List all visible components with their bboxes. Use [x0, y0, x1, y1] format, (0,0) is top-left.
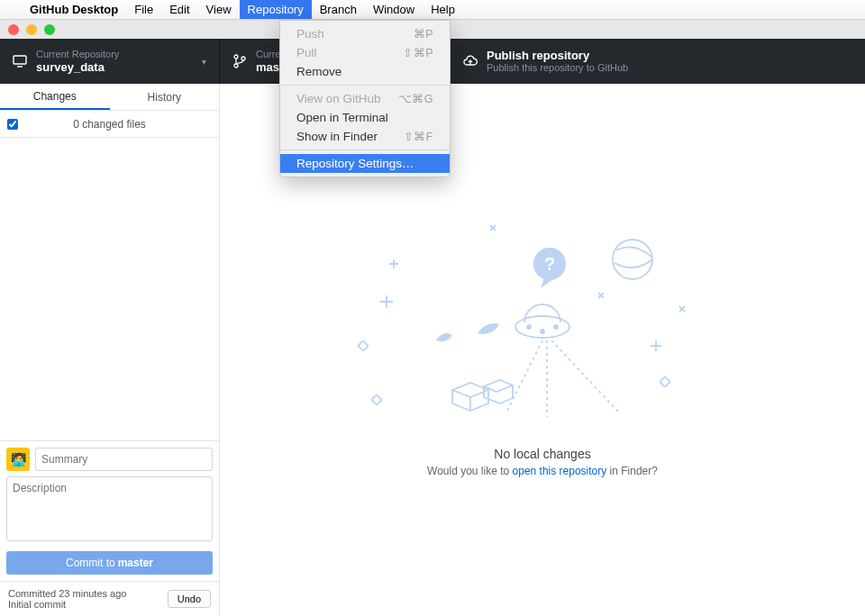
- svg-rect-16: [371, 394, 381, 404]
- sparkle-icon: [488, 223, 497, 232]
- empty-sub-after: in Finder?: [606, 465, 658, 477]
- empty-title: No local changes: [494, 447, 590, 461]
- menu-item-remove[interactable]: Remove: [280, 62, 450, 81]
- menu-view[interactable]: View: [198, 0, 240, 19]
- diamond-icon: [660, 376, 670, 387]
- mac-menubar: GitHub Desktop File Edit View Repository…: [0, 0, 865, 20]
- menu-item-push[interactable]: Push⌘P: [280, 24, 450, 43]
- commit-button-prefix: Commit to: [66, 557, 115, 569]
- svg-point-10: [554, 325, 558, 329]
- desktop-icon: [13, 54, 27, 68]
- commit-button-branch: master: [118, 557, 153, 569]
- menu-item-pull[interactable]: Pull⇧⌘P: [280, 43, 450, 62]
- svg-point-2: [234, 55, 238, 59]
- tab-changes[interactable]: Changes: [0, 84, 110, 110]
- empty-sub-before: Would you like to: [427, 465, 513, 477]
- undo-button[interactable]: Undo: [168, 590, 211, 608]
- menubar-app-name[interactable]: GitHub Desktop: [22, 3, 126, 16]
- menu-item-show-in-finder[interactable]: Show in Finder⇧⌘F: [280, 127, 450, 146]
- menu-branch[interactable]: Branch: [312, 0, 365, 19]
- sparkle-icon: [596, 291, 606, 300]
- svg-line-12: [506, 340, 542, 412]
- chevron-down-icon: ▾: [202, 57, 206, 67]
- leaf-icon: [475, 321, 502, 339]
- menu-separator: [280, 149, 450, 150]
- menu-item-repository-settings[interactable]: Repository Settings…: [280, 154, 450, 173]
- commit-button[interactable]: Commit to master: [6, 551, 213, 575]
- commit-form: 🧑‍💻 Commit to master: [0, 440, 219, 581]
- menu-edit[interactable]: Edit: [161, 0, 197, 19]
- select-all-checkbox[interactable]: [7, 119, 18, 130]
- leaf-icon: [434, 331, 454, 344]
- ufo-icon: [511, 277, 574, 349]
- publish-sub: Publish this repository to GitHub: [487, 62, 852, 73]
- description-input[interactable]: [6, 476, 213, 541]
- empty-illustration: ?: [380, 223, 705, 430]
- last-commit-time: Committed 23 minutes ago: [8, 588, 168, 599]
- zoom-window-icon[interactable]: [44, 24, 55, 35]
- close-window-icon[interactable]: [8, 24, 19, 35]
- repository-menu-dropdown: Push⌘P Pull⇧⌘P Remove View on GitHub⌥⌘G …: [279, 20, 451, 177]
- diamond-icon: [358, 340, 369, 351]
- publish-repository-button[interactable]: Publish repository Publish this reposito…: [451, 39, 865, 84]
- sidebar: Changes History 0 changed files 🧑‍💻 Comm…: [0, 84, 220, 616]
- cloud-upload-icon: [463, 54, 478, 68]
- sparkle-icon: [380, 295, 393, 308]
- svg-point-4: [241, 57, 245, 60]
- menu-help[interactable]: Help: [423, 0, 463, 19]
- summary-input[interactable]: [35, 448, 213, 471]
- last-commit-message: Initial commit: [8, 599, 168, 610]
- current-repository-selector[interactable]: Current Repository survey_data ▾: [0, 39, 220, 84]
- svg-point-3: [234, 64, 238, 68]
- svg-rect-0: [14, 56, 26, 64]
- sparkle-icon: [678, 304, 687, 313]
- svg-point-7: [515, 316, 569, 338]
- changed-files-count: 0 changed files: [25, 118, 212, 131]
- open-repository-link[interactable]: open this repository: [513, 465, 607, 477]
- planet-icon: [606, 232, 660, 286]
- sidebar-tabs: Changes History: [0, 84, 219, 111]
- svg-rect-15: [358, 340, 368, 350]
- changes-list: [0, 138, 219, 440]
- diamond-icon: [371, 394, 382, 405]
- repo-value: survey_data: [36, 60, 196, 74]
- svg-rect-17: [660, 376, 669, 386]
- svg-line-14: [551, 340, 619, 412]
- svg-text:?: ?: [544, 254, 555, 274]
- svg-point-11: [613, 240, 652, 279]
- menu-item-view-on-github[interactable]: View on GitHub⌥⌘G: [280, 89, 450, 108]
- svg-point-8: [527, 325, 531, 329]
- empty-subtitle: Would you like to open this repository i…: [427, 465, 658, 477]
- tab-history[interactable]: History: [110, 84, 220, 110]
- sparkle-icon: [389, 259, 398, 268]
- menu-item-open-in-terminal[interactable]: Open in Terminal: [280, 108, 450, 127]
- menu-file[interactable]: File: [126, 0, 161, 19]
- beam-lines: [497, 340, 633, 421]
- branch-icon: [232, 54, 247, 68]
- menu-separator: [280, 85, 450, 86]
- sparkle-icon: [651, 340, 661, 351]
- menu-window[interactable]: Window: [365, 0, 423, 19]
- last-commit: Committed 23 minutes ago Initial commit …: [0, 581, 219, 616]
- minimize-window-icon[interactable]: [26, 24, 37, 35]
- menu-repository[interactable]: Repository: [240, 0, 312, 19]
- repo-label: Current Repository: [36, 49, 196, 59]
- avatar: 🧑‍💻: [6, 448, 30, 471]
- publish-title: Publish repository: [487, 49, 852, 62]
- changes-header: 0 changed files: [0, 111, 219, 138]
- svg-point-9: [541, 330, 544, 333]
